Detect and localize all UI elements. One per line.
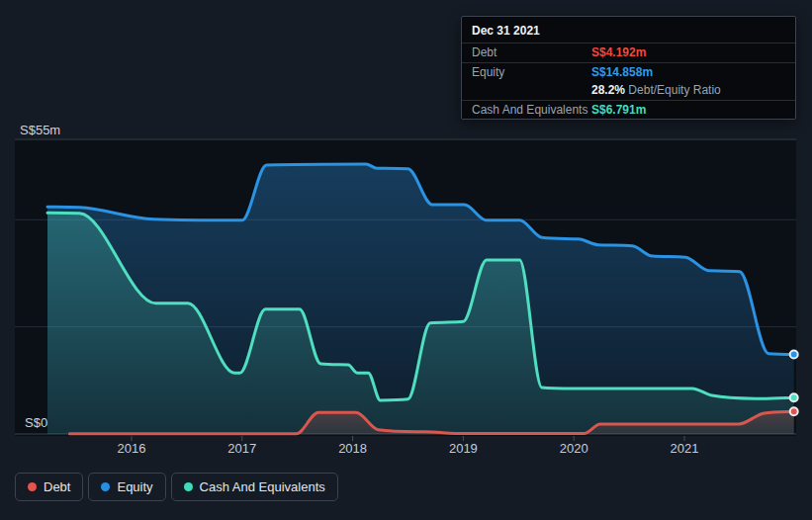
x-axis-label: 2020: [560, 441, 588, 456]
tooltip-date: Dec 31 2021: [462, 17, 795, 43]
tooltip-row-ratio: 28.2% Debt/Equity Ratio: [462, 81, 795, 101]
legend-item-label: Cash And Equivalents: [200, 479, 325, 494]
x-axis-ticks: [132, 436, 684, 441]
tooltip-cash-label: Cash And Equivalents: [472, 103, 591, 117]
tooltip-row-cash: Cash And Equivalents S$6.791m: [462, 101, 795, 119]
tooltip-debt-value: S$4.192m: [591, 45, 646, 59]
tooltip-ratio-value: 28.2% Debt/Equity Ratio: [591, 83, 721, 97]
tooltip-ratio-caption: Debt/Equity Ratio: [625, 83, 721, 97]
tooltip-row-debt: Debt S$4.192m: [462, 43, 795, 63]
endpoint-marker-equity: [790, 351, 798, 359]
x-axis-label: 2019: [449, 441, 478, 456]
tooltip-row-equity: Equity S$14.858m: [462, 63, 795, 81]
chart-tooltip: Dec 31 2021 Debt S$4.192m Equity S$14.85…: [461, 16, 796, 120]
equity-series-dot-icon: [101, 482, 110, 491]
legend-item-label: Equity: [117, 479, 152, 494]
endpoint-marker-debt: [790, 407, 798, 415]
x-axis-label: 2017: [227, 441, 256, 456]
chart-legend: DebtEquityCash And Equivalents: [15, 473, 338, 501]
y-axis-min-label: S$0: [25, 415, 47, 430]
endpoint-marker-cash-and-equivalents: [790, 393, 798, 401]
legend-item-label: Debt: [44, 479, 70, 494]
x-axis-label: 2016: [118, 441, 146, 456]
x-axis-label: 2018: [338, 441, 367, 456]
tooltip-equity-label: Equity: [472, 65, 591, 79]
tooltip-debt-label: Debt: [472, 45, 591, 59]
cash-and-equivalents-series-dot-icon: [184, 482, 193, 491]
legend-item-equity[interactable]: Equity: [88, 473, 165, 501]
x-axis-label: 2021: [671, 441, 699, 456]
y-axis-max-label: S$55m: [20, 123, 60, 137]
legend-item-cash-and-equivalents[interactable]: Cash And Equivalents: [171, 473, 338, 501]
legend-item-debt[interactable]: Debt: [15, 473, 83, 501]
tooltip-ratio-percent: 28.2%: [591, 83, 625, 97]
tooltip-cash-value: S$6.791m: [591, 103, 646, 117]
debt-series-dot-icon: [28, 482, 37, 491]
tooltip-equity-value: S$14.858m: [591, 65, 653, 79]
